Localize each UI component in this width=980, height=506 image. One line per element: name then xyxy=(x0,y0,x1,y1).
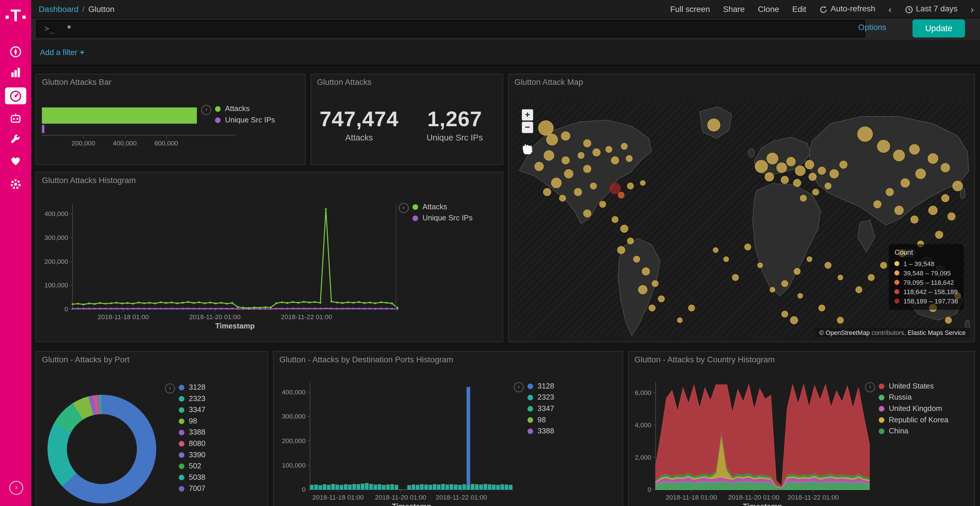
data-point[interactable] xyxy=(259,307,261,309)
map-bubble[interactable] xyxy=(794,268,800,274)
map-bubble[interactable] xyxy=(945,317,951,323)
stacked-bar-segment[interactable] xyxy=(339,485,343,486)
clone-button[interactable]: Clone xyxy=(758,4,779,13)
map-bubble[interactable] xyxy=(893,150,904,161)
stacked-bar-segment[interactable] xyxy=(361,485,364,490)
stacked-bar-segment[interactable] xyxy=(357,485,360,485)
stacked-bar-segment[interactable] xyxy=(407,485,411,486)
stacked-bar-segment[interactable] xyxy=(479,485,483,486)
map-bubble[interactable] xyxy=(928,154,938,163)
stacked-bar-segment[interactable] xyxy=(496,486,500,490)
time-prev-button[interactable]: ‹ xyxy=(888,3,892,14)
legend-item[interactable]: 8080 xyxy=(179,438,205,449)
data-point[interactable] xyxy=(72,303,73,305)
map-bubble[interactable] xyxy=(658,296,664,302)
stacked-bar-segment[interactable] xyxy=(504,486,508,490)
stacked-bar-segment[interactable] xyxy=(475,484,479,485)
data-point[interactable] xyxy=(226,308,228,309)
stacked-bar-segment[interactable] xyxy=(390,484,394,485)
data-point[interactable] xyxy=(149,302,151,303)
data-point[interactable] xyxy=(363,308,365,309)
stacked-bar-segment[interactable] xyxy=(492,485,496,486)
data-point[interactable] xyxy=(248,307,250,309)
map-bubble[interactable] xyxy=(621,143,627,149)
stacked-bar-segment[interactable] xyxy=(471,484,474,484)
data-point[interactable] xyxy=(132,303,134,305)
sidebar-item-visualize[interactable] xyxy=(0,64,31,81)
stacked-bar-segment[interactable] xyxy=(352,484,356,485)
legend-toggle-icon[interactable]: › xyxy=(399,203,409,213)
bar-unique-src-ips[interactable] xyxy=(42,125,45,133)
stacked-bar-segment[interactable] xyxy=(475,485,479,490)
map-bubble[interactable] xyxy=(543,188,550,195)
data-point[interactable] xyxy=(292,301,294,303)
data-point[interactable] xyxy=(353,308,355,309)
sidebar-item-dev-tools[interactable] xyxy=(0,131,31,149)
map-bubble[interactable] xyxy=(552,178,562,188)
map-bubble[interactable] xyxy=(894,206,903,214)
data-point[interactable] xyxy=(204,302,205,304)
map-bubble[interactable] xyxy=(755,160,767,173)
stacked-bar-segment[interactable] xyxy=(488,484,491,485)
stacked-bar-segment[interactable] xyxy=(454,486,457,490)
data-point[interactable] xyxy=(127,302,128,304)
data-point[interactable] xyxy=(116,308,117,309)
stacked-bar-segment[interactable] xyxy=(479,485,483,485)
data-point[interactable] xyxy=(347,301,349,303)
stacked-bar-segment[interactable] xyxy=(428,485,432,485)
legend-item[interactable]: 3388 xyxy=(528,425,554,437)
stacked-bar-segment[interactable] xyxy=(496,485,500,485)
stacked-bar-segment[interactable] xyxy=(454,485,457,486)
data-point[interactable] xyxy=(83,303,84,305)
legend-item[interactable]: Republic of Korea xyxy=(879,414,948,425)
stacked-bar-segment[interactable] xyxy=(361,484,364,485)
stacked-bar-segment[interactable] xyxy=(344,485,347,485)
data-point[interactable] xyxy=(336,308,338,309)
stacked-bar-segment[interactable] xyxy=(365,483,368,484)
data-point[interactable] xyxy=(72,308,73,309)
edit-button[interactable]: Edit xyxy=(792,4,806,13)
stacked-bar-segment[interactable] xyxy=(407,486,411,490)
stacked-bar-segment[interactable] xyxy=(395,486,398,490)
map-bubble[interactable] xyxy=(942,194,949,202)
data-point[interactable] xyxy=(309,308,310,309)
time-picker-button[interactable]: Last 7 days xyxy=(905,4,958,13)
legend-item[interactable]: 3390 xyxy=(179,449,205,460)
bar-attacks[interactable] xyxy=(42,108,197,124)
map-bubble[interactable] xyxy=(911,216,918,223)
legend-item[interactable]: 5038 xyxy=(179,472,205,483)
stacked-bar-segment[interactable] xyxy=(314,485,318,486)
stacked-bar-segment[interactable] xyxy=(323,485,326,485)
stacked-bar-segment[interactable] xyxy=(425,485,428,486)
data-point[interactable] xyxy=(187,301,189,303)
map-bubble[interactable] xyxy=(840,161,847,168)
data-point[interactable] xyxy=(298,308,299,309)
stacked-bar-segment[interactable] xyxy=(433,484,436,485)
stacked-bar-segment[interactable] xyxy=(450,485,453,490)
map-bubble[interactable] xyxy=(777,163,787,173)
data-point[interactable] xyxy=(391,303,393,304)
stacked-bar-segment[interactable] xyxy=(331,484,335,485)
map-bubble[interactable] xyxy=(781,176,788,184)
stacked-bar-segment[interactable] xyxy=(458,486,462,490)
data-point[interactable] xyxy=(77,303,79,305)
data-point[interactable] xyxy=(99,308,101,309)
legend-item[interactable]: Unique Src IPs xyxy=(215,114,275,125)
stacked-bar-segment[interactable] xyxy=(416,485,419,485)
legend-item[interactable]: 3388 xyxy=(179,427,205,438)
map-bubble[interactable] xyxy=(877,140,889,152)
map-bubble[interactable] xyxy=(620,225,628,232)
map-bubble[interactable] xyxy=(677,318,682,323)
map-bubble[interactable] xyxy=(868,274,874,281)
stacked-bar-segment[interactable] xyxy=(509,485,512,485)
stacked-bar-segment[interactable] xyxy=(454,485,457,485)
stacked-bar-segment[interactable] xyxy=(428,485,432,486)
data-point[interactable] xyxy=(292,308,294,309)
data-point[interactable] xyxy=(242,307,244,309)
legend-item[interactable]: Unique Src IPs xyxy=(412,213,473,224)
breadcrumb-dashboard-link[interactable]: Dashboard xyxy=(39,4,78,13)
stacked-bar-segment[interactable] xyxy=(374,485,377,486)
stacked-bar-segment[interactable] xyxy=(339,485,343,485)
stacked-bar-segment[interactable] xyxy=(441,485,445,490)
map-bubble[interactable] xyxy=(609,183,620,194)
